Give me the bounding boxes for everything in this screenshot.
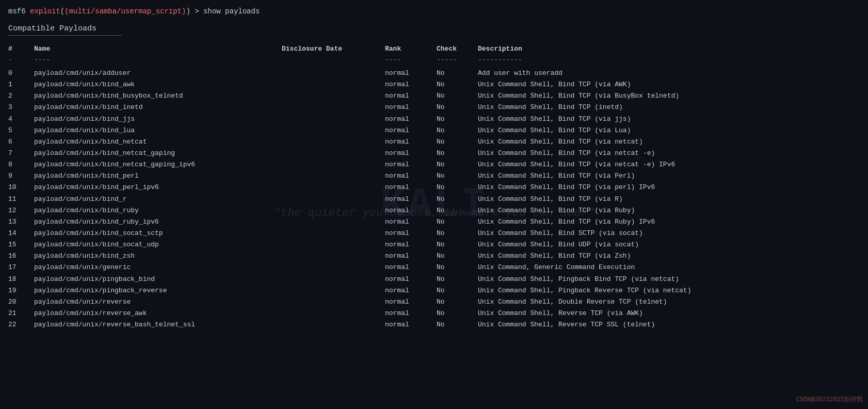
prompt-suffix: > show payloads [190,7,260,15]
cell-desc: Unix Command Shell, Reverse TCP (via AWK… [478,308,860,319]
cell-date [282,125,385,136]
cell-name: payload/cmd/unix/bind_socat_sctp [34,228,282,239]
cell-name: payload/cmd/unix/bind_busybox_telnetd [34,91,282,101]
cell-rank: normal [385,308,437,319]
cell-check: No [437,125,478,136]
cell-num: 10 [8,182,34,193]
ul-check: ----- [437,56,478,64]
cell-num: 11 [8,194,34,204]
table-header: # Name Disclosure Date Rank Check Descri… [8,44,860,54]
cell-name: payload/cmd/unix/bind_netcat_gaping [34,148,282,159]
cell-date [282,137,385,147]
cell-num: 14 [8,228,34,239]
cell-num: 6 [8,137,34,147]
table-row: 2 payload/cmd/unix/bind_busybox_telnetd … [8,90,860,102]
cell-num: 0 [8,68,34,78]
cell-check: No [437,114,478,124]
cell-check: No [437,68,478,78]
cell-date [282,286,385,296]
terminal: msf6 exploit((multi/samba/usermap_script… [8,6,860,331]
cell-desc: Unix Command Shell, Bind SCTP (via socat… [478,228,860,239]
cell-check: No [437,228,478,239]
cell-date [282,102,385,113]
cell-name: payload/cmd/unix/bind_inetd [34,102,282,113]
cell-name: payload/cmd/unix/pingback_reverse [34,286,282,296]
cell-rank: normal [385,137,437,147]
cell-date [282,160,385,170]
cell-name: payload/cmd/unix/adduser [34,68,282,78]
cell-date [282,114,385,124]
cell-desc: Unix Command Shell, Pingback Reverse TCP… [478,286,860,296]
cell-num: 16 [8,251,34,261]
cell-date [282,206,385,216]
cell-rank: normal [385,102,437,113]
cell-num: 21 [8,308,34,319]
table-row: 5 payload/cmd/unix/bind_lua normal No Un… [8,125,860,136]
cell-desc: Unix Command Shell, Bind TCP (via netcat… [478,137,860,147]
cell-check: No [437,194,478,204]
cell-desc: Unix Command Shell, Bind TCP (via netcat… [478,160,860,170]
header-desc: Description [478,45,860,53]
table-row: 22 payload/cmd/unix/reverse_bash_telnet_… [8,319,860,331]
cell-name: payload/cmd/unix/pingback_bind [34,274,282,285]
cell-rank: normal [385,114,437,124]
cell-num: 15 [8,240,34,250]
cell-num: 9 [8,171,34,181]
cell-name: payload/cmd/unix/bind_perl_ipv6 [34,182,282,193]
cell-check: No [437,102,478,113]
cell-date [282,320,385,330]
ul-date [282,56,385,64]
cell-desc: Unix Command Shell, Bind TCP (via perl) … [478,182,860,193]
cell-num: 1 [8,80,34,90]
cell-date [282,91,385,101]
cell-date [282,171,385,181]
table-row: 15 payload/cmd/unix/bind_socat_udp norma… [8,239,860,250]
cell-rank: normal [385,80,437,90]
ul-desc: ----------- [478,56,860,64]
table-header-underlines: - ---- ---- ----- ----------- [8,55,860,65]
cell-check: No [437,274,478,285]
cell-date [282,194,385,204]
cell-check: No [437,160,478,170]
table-row: 7 payload/cmd/unix/bind_netcat_gaping no… [8,148,860,159]
cell-rank: normal [385,297,437,307]
cell-name: payload/cmd/unix/bind_jjs [34,114,282,124]
cell-rank: normal [385,228,437,239]
cell-rank: normal [385,217,437,227]
cell-name: payload/cmd/unix/bind_zsh [34,251,282,261]
table-row: 13 payload/cmd/unix/bind_ruby_ipv6 norma… [8,216,860,228]
cell-name: payload/cmd/unix/bind_socat_udp [34,240,282,250]
cell-date [282,262,385,273]
cell-desc: Unix Command Shell, Bind TCP (via Ruby) … [478,217,860,227]
prompt-exploit: exploit [30,7,60,15]
cell-check: No [437,308,478,319]
cell-desc: Unix Command Shell, Bind TCP (via Ruby) [478,206,860,216]
cell-rank: normal [385,274,437,285]
cell-num: 19 [8,286,34,296]
cell-num: 20 [8,297,34,307]
cell-check: No [437,286,478,296]
cell-num: 4 [8,114,34,124]
cell-rank: normal [385,262,437,273]
cell-check: No [437,262,478,273]
cell-name: payload/cmd/unix/bind_netcat [34,137,282,147]
cell-rank: normal [385,148,437,159]
header-date: Disclosure Date [282,45,385,53]
cell-date [282,148,385,159]
cell-rank: normal [385,182,437,193]
prompt-paren-close: ) [186,7,190,15]
cell-desc: Unix Command, Generic Command Execution [478,262,860,273]
cell-num: 13 [8,217,34,227]
cell-desc: Unix Command Shell, Bind TCP (via netcat… [478,148,860,159]
payload-table: # Name Disclosure Date Rank Check Descri… [8,44,860,331]
table-row: 11 payload/cmd/unix/bind_r normal No Uni… [8,194,860,205]
cell-date [282,308,385,319]
cell-desc: Unix Command Shell, Bind TCP (via BusyBo… [478,91,860,101]
cell-desc: Unix Command Shell, Bind TCP (inetd) [478,102,860,113]
cell-check: No [437,91,478,101]
cell-desc: Unix Command Shell, Bind TCP (via jjs) [478,114,860,124]
cell-num: 17 [8,262,34,273]
table-row: 14 payload/cmd/unix/bind_socat_sctp norm… [8,228,860,239]
cell-name: payload/cmd/unix/bind_lua [34,125,282,136]
header-check: Check [437,45,478,53]
